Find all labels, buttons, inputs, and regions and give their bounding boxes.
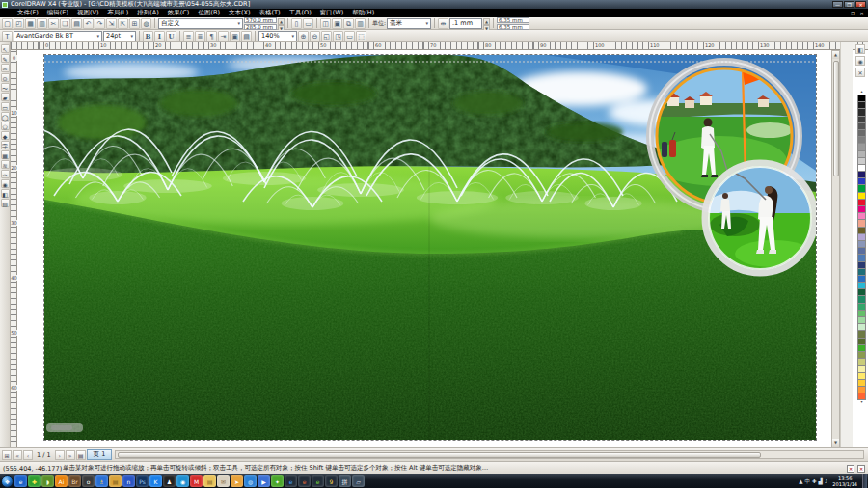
blend-tool[interactable]: ≋ [1, 160, 10, 169]
fill-tool[interactable]: ◧ [1, 189, 10, 198]
taskbar-kugou[interactable]: K [149, 475, 162, 487]
cut-icon[interactable]: ✂ [48, 18, 59, 29]
ellipse-tool[interactable]: ◯ [1, 112, 10, 121]
tray-hidden-icons[interactable]: ▲ [799, 478, 802, 485]
zoom-tool-button-5[interactable]: ▭ [344, 31, 355, 41]
taskbar-office-tool[interactable]: o [82, 475, 95, 487]
tray-clock[interactable]: 13:56 2013/1/14 [829, 475, 860, 487]
docker-hint-icon[interactable]: ◧ [855, 44, 865, 54]
taskbar-browser-globe[interactable]: ◍ [244, 475, 257, 487]
vertical-scrollbar[interactable]: ▲▼ [831, 50, 840, 447]
crop-tool[interactable]: ✂ [1, 64, 10, 72]
taskbar-folder[interactable]: ▤ [203, 475, 216, 487]
menu-item-7[interactable]: 位图(B) [194, 9, 224, 17]
tray-input-indicator[interactable]: 中 [805, 478, 811, 485]
close-button[interactable]: ✕ [855, 1, 866, 8]
tray-volume[interactable]: ♪ [825, 478, 828, 485]
polygon-tool[interactable]: ⬠ [1, 122, 10, 130]
font-size-combo[interactable]: 24pt▾ [103, 31, 136, 41]
duplicate-distance-fields[interactable]: 6.35 mm 6.35 mm [497, 17, 529, 30]
text-tool[interactable]: 字 [1, 141, 10, 149]
docker-snap-icon[interactable]: ◉ [855, 56, 865, 66]
taskbar-game-9[interactable]: 9 [325, 475, 338, 487]
docker-close-icon[interactable]: ✕ [855, 68, 865, 77]
add-page-button[interactable]: ▤ [76, 450, 86, 460]
copy-icon[interactable]: ❏ [60, 18, 70, 29]
landscape-button[interactable]: ▭ [303, 18, 313, 29]
zoom-level-combo[interactable]: 140%▾ [258, 31, 297, 41]
menu-item-5[interactable]: 排列(A) [133, 9, 163, 17]
menu-item-2[interactable]: 编辑(E) [43, 9, 72, 17]
table-tool[interactable]: ▦ [1, 150, 10, 159]
paragraph-option-4[interactable]: ⇥ [218, 31, 229, 41]
zoom-tool-button-3[interactable]: ◱ [321, 31, 332, 41]
zoom-tool[interactable]: ⊙ [1, 73, 10, 82]
taskbar-foxmail[interactable]: ➤ [231, 475, 243, 487]
taskbar-bridge[interactable]: Br [68, 475, 81, 487]
freehand-tool[interactable]: 〜 [1, 83, 10, 92]
undo-icon[interactable]: ↶ [83, 18, 94, 29]
prev-page-button[interactable]: ‹ [23, 450, 33, 460]
interactive-fill-tool[interactable]: ▧ [1, 199, 10, 207]
taskbar-security-app[interactable]: ✚ [28, 475, 41, 487]
menu-item-6[interactable]: 效果(C) [164, 9, 194, 17]
paragraph-option-3[interactable]: ¶ [206, 31, 217, 41]
minimize-button[interactable]: — [832, 1, 843, 8]
taskbar-file-manager[interactable]: ▤ [109, 475, 122, 487]
drawing-canvas[interactable] [17, 50, 831, 447]
print-icon[interactable]: ▥ [37, 18, 47, 29]
page-options-icon[interactable]: ⊞ [2, 450, 12, 460]
doc-control[interactable]: — [840, 11, 849, 16]
tray-network[interactable]: ▟ [819, 478, 823, 485]
paragraph-option-2[interactable]: ≣ [195, 31, 205, 41]
taskbar-internet-explorer[interactable]: e [14, 475, 27, 487]
zoom-tool-button-4[interactable]: ◳ [333, 31, 343, 41]
import-icon[interactable]: ⇲ [106, 18, 117, 29]
new-icon[interactable]: ▢ [2, 18, 13, 29]
taskbar-green-bird[interactable]: ✦ [271, 475, 284, 487]
paper-size-fields[interactable]: 570.0 mm 285.0 mm [244, 17, 277, 30]
save-icon[interactable]: ▦ [25, 18, 36, 29]
page-tab[interactable]: 页 1 [87, 449, 113, 460]
export-icon[interactable]: ⇱ [118, 18, 128, 29]
color-palette[interactable]: ▴▾ [855, 89, 868, 447]
paste-icon[interactable]: ▤ [71, 18, 82, 29]
taskbar-qq-game[interactable]: ♗ [95, 475, 108, 487]
tray-security[interactable]: ✚ [812, 478, 817, 485]
next-page-button[interactable]: › [55, 450, 65, 460]
taskbar-360-browser[interactable]: ◉ [176, 475, 189, 487]
menu-item-10[interactable]: 工具(O) [285, 9, 315, 17]
menu-item-1[interactable]: 文件(F) [14, 9, 42, 17]
show-desktop-button[interactable] [862, 474, 867, 488]
paragraph-option-5[interactable]: ▣ [230, 31, 240, 41]
taskbar-photoshop[interactable]: Ps [136, 475, 149, 487]
taskbar-m-app[interactable]: M [190, 475, 203, 487]
font-family-combo[interactable]: AvantGarde Bk BT▾ [14, 31, 102, 41]
bold-button[interactable]: B [143, 31, 153, 41]
redo-icon[interactable]: ↷ [95, 18, 105, 29]
menu-item-12[interactable]: 帮助(H) [348, 9, 378, 17]
menu-item-4[interactable]: 布局(L) [104, 9, 133, 17]
menu-item-11[interactable]: 窗口(W) [316, 9, 348, 17]
open-icon[interactable]: ◰ [14, 18, 24, 29]
rectangle-tool[interactable]: ▭ [1, 102, 10, 111]
menu-item-3[interactable]: 视图(V) [73, 9, 103, 17]
zoom-tool-button-2[interactable]: ⊖ [310, 31, 320, 41]
eyedropper-tool[interactable]: ✑ [1, 170, 10, 178]
taskbar-ie-red[interactable]: e [298, 475, 311, 487]
underline-button[interactable]: U [166, 31, 176, 41]
taskbar-sogou-browser[interactable]: e [312, 475, 324, 487]
docker-icons[interactable]: ◧◉✕ [853, 42, 868, 87]
corel-online-icon[interactable]: ◍ [141, 18, 151, 29]
taskbar-illustrator[interactable]: Ai [55, 475, 68, 487]
maximize-button[interactable]: ❐ [844, 1, 854, 8]
paper-size-spinner[interactable]: ▲▼ [278, 18, 285, 29]
paragraph-option-1[interactable]: ≡ [183, 31, 194, 41]
taskbar-potplayer[interactable]: ▶ [258, 475, 270, 487]
smart-fill-tool[interactable]: ▰ [1, 93, 10, 101]
start-button[interactable]: ❖ [1, 475, 14, 488]
last-page-button[interactable]: » [66, 450, 75, 460]
taskbar-ie-blue[interactable]: e [285, 475, 297, 487]
paragraph-option-6[interactable]: ▤ [241, 31, 252, 41]
nudge-spinner[interactable]: ▲▼ [483, 18, 490, 29]
